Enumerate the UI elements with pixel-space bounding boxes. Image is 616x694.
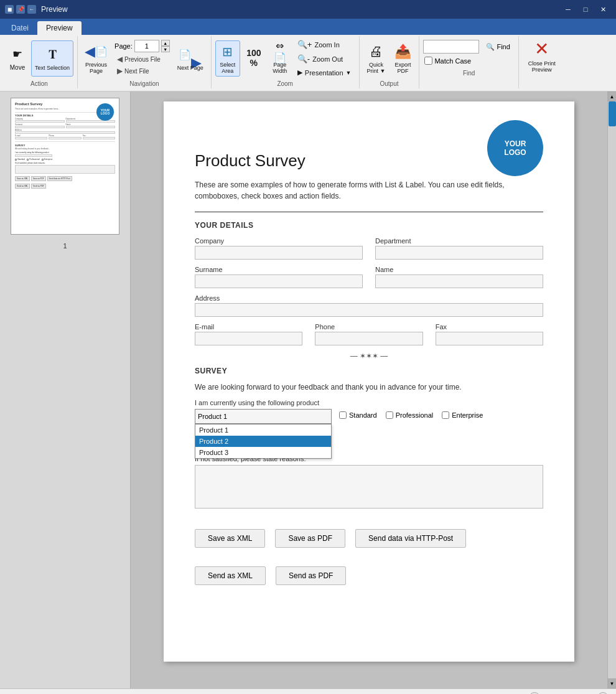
page-width-button[interactable]: ⇔📄 PageWidth — [268, 40, 292, 77]
close-preview-icon: ✕ — [534, 39, 549, 59]
zoom-in-label: Zoom In — [314, 41, 339, 49]
dropdown-product-1[interactable]: Product 1 — [195, 424, 331, 436]
text-selection-label: Text Selection — [35, 65, 70, 71]
page-up-btn[interactable]: ▲ — [161, 40, 170, 46]
phone-field: Phone — [315, 323, 422, 345]
page-number-input[interactable] — [134, 40, 159, 52]
close-print-preview-button[interactable]: ✕ Close Print Preview — [523, 37, 561, 73]
standard-label: Standard — [349, 411, 377, 419]
page-label: Page: — [114, 42, 133, 50]
professional-checkbox[interactable] — [386, 411, 393, 419]
page-width-icon: ⇔📄 — [271, 43, 289, 60]
scroll-track[interactable] — [608, 101, 616, 678]
page-spinner: ▲ ▼ — [161, 40, 170, 52]
email-input[interactable] — [195, 332, 302, 345]
ribbon-close-group: ✕ Close Print Preview — [520, 36, 565, 88]
content-area: YOUR LOGO Product Survey These are some … — [131, 91, 607, 688]
dropdown-product-2[interactable]: Product 2 — [195, 436, 331, 447]
scroll-thumb[interactable] — [609, 101, 616, 126]
next-page-button[interactable]: 📄▶ Next Page — [174, 40, 207, 77]
close-button[interactable]: ✕ — [595, 3, 611, 16]
standard-checkbox[interactable] — [339, 411, 347, 419]
export-pdf-button[interactable]: 📤 ExportPDF — [390, 40, 415, 77]
ribbon-output-row: 🖨 QuickPrint ▼ 📤 ExportPDF — [363, 37, 416, 79]
department-label: Department — [375, 237, 543, 245]
department-input[interactable] — [375, 246, 543, 260]
quick-print-label: QuickPrint ▼ — [367, 62, 386, 74]
next-page-icon: 📄▶ — [182, 46, 199, 63]
maximize-button[interactable]: □ — [577, 3, 594, 16]
previous-page-button[interactable]: ◀📄 PreviousPage — [82, 40, 111, 77]
company-dept-row: Company Department — [195, 237, 543, 260]
email-label: E-mail — [195, 323, 302, 331]
find-label: Find — [497, 43, 510, 50]
previous-file-button[interactable]: ◀ Previous File — [114, 54, 170, 65]
send-pdf-button[interactable]: Send as PDF — [276, 566, 346, 585]
dropdown-product-3[interactable]: Product 3 — [195, 447, 331, 458]
zoom-in-button[interactable]: 🔍+ Zoom In — [294, 38, 355, 51]
minimize-button[interactable]: ─ — [560, 3, 576, 16]
logo-text: YOUR LOGO — [504, 139, 526, 157]
match-case-checkbox[interactable] — [424, 57, 432, 65]
select-area-button[interactable]: ⊞ SelectArea — [215, 40, 240, 77]
page-down-btn[interactable]: ▼ — [161, 46, 170, 52]
zoom-out-icon: 🔍- — [297, 54, 310, 63]
right-scrollbar[interactable]: ▲ ▼ — [607, 91, 616, 688]
name-input[interactable] — [375, 274, 543, 288]
company-field: Company — [195, 237, 363, 260]
quick-print-button[interactable]: 🖨 QuickPrint ▼ — [363, 40, 390, 77]
email-field: E-mail — [195, 323, 302, 345]
zoom-100-button[interactable]: 100% — [241, 40, 266, 77]
company-input[interactable] — [195, 246, 363, 260]
find-input[interactable] — [423, 40, 479, 54]
address-input[interactable] — [195, 303, 543, 317]
tab-datei[interactable]: Datei — [2, 21, 37, 35]
zoom-out-status-btn[interactable]: − — [529, 692, 540, 695]
scroll-up-btn[interactable]: ▲ — [608, 91, 617, 101]
company-label: Company — [195, 237, 363, 245]
tab-bar: Datei Preview — [0, 19, 616, 35]
text-selection-button[interactable]: 𝐓 Text Selection — [31, 40, 73, 77]
find-group-label: Find — [423, 70, 514, 77]
address-row: Address — [195, 294, 543, 317]
send-xml-button[interactable]: Send as XML — [195, 566, 266, 585]
fax-input[interactable] — [436, 332, 543, 345]
close-preview-label: Close Print Preview — [528, 60, 556, 73]
presentation-button[interactable]: ▶ Presentation ▼ — [294, 67, 355, 78]
page-thumbnail[interactable]: YOURLOGO Product Survey These are some e… — [11, 98, 119, 235]
zoom-100-icon: 100% — [245, 49, 263, 67]
product-select[interactable]: Product 1 Product 2 Product 3 — [195, 409, 332, 424]
navigation-group-label: Navigation — [82, 80, 207, 87]
presentation-dropdown-icon: ▼ — [346, 70, 352, 76]
product-dropdown-open: Product 1 Product 2 Product 3 — [195, 424, 332, 459]
save-xml-button[interactable]: Save as XML — [195, 529, 265, 548]
find-button[interactable]: 🔍 Find — [482, 41, 514, 53]
product-row: Product 1 Product 2 Product 3 Product 1 … — [195, 409, 543, 424]
send-http-button[interactable]: Send data via HTTP-Post — [355, 529, 466, 548]
app-icon: ◼ — [5, 5, 14, 14]
tab-preview[interactable]: Preview — [37, 21, 82, 35]
zoom-out-button[interactable]: 🔍- Zoom Out — [294, 52, 355, 65]
move-label: Move — [10, 64, 25, 71]
next-file-button[interactable]: ▶ Next File — [114, 65, 170, 77]
move-button[interactable]: ☛ Move — [5, 40, 30, 77]
address-label: Address — [195, 294, 543, 302]
save-pdf-button[interactable]: Save as PDF — [275, 529, 345, 548]
page-input-group: Page: ▲ ▼ — [114, 40, 170, 52]
previous-file-label: Previous File — [124, 56, 161, 63]
professional-checkbox-item: Professional — [386, 411, 434, 419]
prev-file-icon: ◀ — [117, 55, 123, 63]
thumbnail-sidebar: YOURLOGO Product Survey These are some e… — [0, 91, 131, 688]
move-icon: ☛ — [9, 45, 26, 63]
title-bar: ◼ 📌 ← Preview ─ □ ✕ — [0, 0, 616, 19]
phone-input[interactable] — [315, 332, 422, 345]
next-page-label: Next Page — [177, 65, 203, 71]
surname-input[interactable] — [195, 274, 363, 288]
select-area-icon: ⊞ — [219, 43, 236, 60]
thumbnail-page-number: 1 — [63, 242, 67, 250]
status-bar: Page 1 of 1 100% − + — [0, 688, 616, 694]
zoom-in-status-btn[interactable]: + — [597, 692, 609, 695]
enterprise-checkbox[interactable] — [442, 411, 449, 419]
reasons-textarea[interactable] — [195, 465, 543, 509]
scroll-down-btn[interactable]: ▼ — [608, 678, 617, 688]
